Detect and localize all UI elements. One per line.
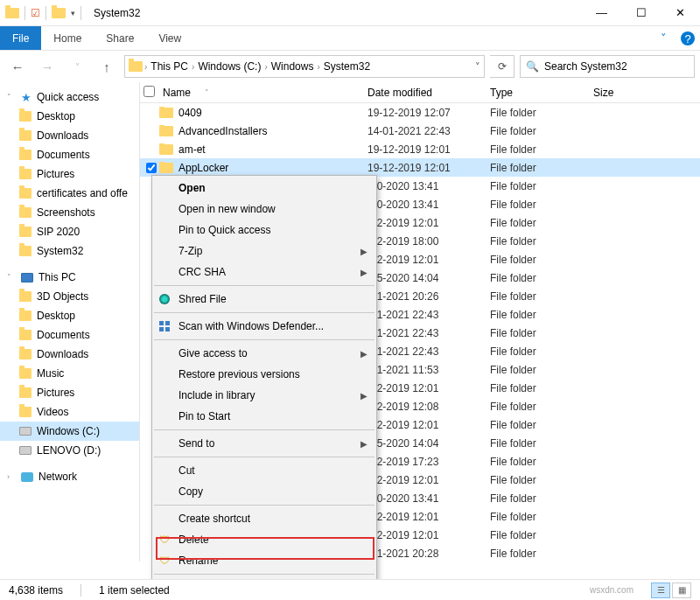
column-size[interactable]: Size: [593, 87, 700, 99]
sidebar-item[interactable]: Downloads: [0, 126, 139, 145]
up-button[interactable]: ↑: [94, 55, 119, 78]
sidebar-item[interactable]: Screenshots: [0, 203, 139, 222]
forward-button[interactable]: →: [35, 55, 60, 78]
maximize-button[interactable]: ☐: [621, 0, 661, 26]
search-input[interactable]: 🔍 Search System32: [520, 55, 695, 78]
folder-icon: [159, 144, 173, 155]
ctx-copy[interactable]: Copy: [152, 481, 376, 502]
file-date: -05-2020 14:04: [368, 437, 490, 450]
sidebar-item-label: Quick access: [37, 91, 99, 103]
table-row[interactable]: 040919-12-2019 12:07File folder: [140, 103, 700, 122]
defender-icon: [158, 320, 171, 332]
details-view-button[interactable]: ☰: [651, 583, 670, 598]
close-button[interactable]: ✕: [661, 0, 700, 26]
address-dropdown-icon[interactable]: ˅: [475, 61, 480, 73]
sidebar-item[interactable]: Desktop: [0, 107, 139, 126]
ctx-pin-quick-access[interactable]: Pin to Quick access: [152, 220, 376, 241]
sidebar-item-label: Pictures: [37, 168, 74, 180]
file-date: -10-2020 13:41: [368, 180, 490, 192]
column-name[interactable]: Name˄: [159, 87, 368, 99]
file-type: File folder: [490, 492, 593, 505]
ctx-cut[interactable]: Cut: [152, 460, 376, 481]
refresh-button[interactable]: ⟳: [490, 55, 514, 78]
breadcrumb[interactable]: This PC: [149, 60, 190, 73]
sidebar-item[interactable]: ›Network: [0, 467, 139, 486]
ctx-shred-file[interactable]: Shred File: [152, 289, 376, 310]
file-type: File folder: [490, 437, 593, 450]
folder-icon: [19, 387, 32, 398]
ctx-open-new-window[interactable]: Open in new window: [152, 199, 376, 220]
sidebar-item[interactable]: System32: [0, 241, 139, 261]
file-type: File folder: [490, 364, 593, 376]
disk-icon: [19, 446, 32, 455]
checkbox-icon[interactable]: ☑: [31, 7, 40, 19]
minimize-button[interactable]: —: [582, 0, 621, 26]
sidebar-item-label: Network: [38, 471, 77, 483]
tab-view[interactable]: View: [146, 26, 193, 50]
sidebar-item-label: This PC: [38, 271, 76, 283]
tab-file[interactable]: File: [0, 26, 41, 50]
sidebar-item[interactable]: 3D Objects: [0, 287, 139, 306]
svg-rect-0: [159, 321, 164, 325]
file-date: -12-2019 12:08: [368, 401, 490, 413]
qat-dropdown-icon[interactable]: ▾: [71, 9, 75, 17]
disk-icon: [19, 427, 32, 436]
ctx-pin-start[interactable]: Pin to Start: [152, 406, 376, 427]
ctx-open[interactable]: Open: [152, 178, 376, 199]
table-row[interactable]: am-et19-12-2019 12:01File folder: [140, 140, 700, 158]
ctx-scan-defender[interactable]: Scan with Windows Defender...: [152, 316, 376, 337]
search-placeholder: Search System32: [544, 60, 627, 73]
sidebar-item[interactable]: ˅This PC: [0, 268, 139, 287]
breadcrumb[interactable]: Windows (C:): [196, 60, 262, 73]
sidebar-item[interactable]: Downloads: [0, 345, 139, 364]
ctx-crc-sha[interactable]: CRC SHA▶: [152, 262, 376, 283]
file-date: -01-2021 11:53: [368, 364, 490, 376]
file-date: -05-2020 14:04: [368, 272, 490, 284]
file-date: -12-2019 12:01: [368, 419, 490, 431]
select-all-checkbox[interactable]: [144, 86, 155, 97]
tab-home[interactable]: Home: [41, 26, 94, 50]
thumbnails-view-button[interactable]: ▦: [672, 583, 691, 598]
folder-icon: [19, 227, 32, 237]
row-checkbox[interactable]: [146, 163, 157, 173]
sidebar-item[interactable]: Documents: [0, 325, 139, 345]
ctx-7zip[interactable]: 7-Zip▶: [152, 241, 376, 262]
sidebar-item[interactable]: Pictures: [0, 164, 139, 184]
sidebar-item[interactable]: certificates and offe: [0, 184, 139, 203]
recent-dropdown-icon[interactable]: ˅: [65, 55, 89, 78]
column-date[interactable]: Date modified: [368, 87, 490, 99]
sidebar-item[interactable]: LENOVO (D:): [0, 441, 139, 460]
search-icon: 🔍: [526, 60, 539, 73]
breadcrumb[interactable]: Windows: [270, 60, 316, 73]
status-bar: 4,638 items 1 item selected wsxdn.com ☰ …: [0, 579, 700, 600]
ctx-delete[interactable]: 🛡Delete: [152, 529, 376, 550]
ribbon-expand-icon[interactable]: ˅: [651, 26, 676, 50]
sidebar-item-label: LENOVO (D:): [37, 444, 101, 457]
sidebar-item[interactable]: Documents: [0, 145, 139, 164]
sidebar-item[interactable]: Pictures: [0, 383, 139, 402]
address-bar[interactable]: › This PC› Windows (C:)› Windows› System…: [124, 55, 485, 78]
sidebar-item-label: Documents: [37, 329, 90, 341]
ctx-send-to[interactable]: Send to▶: [152, 433, 376, 454]
watermark: wsxdn.com: [590, 585, 634, 595]
ctx-include-library[interactable]: Include in library▶: [152, 385, 376, 406]
sidebar-item[interactable]: Music: [0, 364, 139, 383]
table-row[interactable]: AppLocker19-12-2019 12:01File folder: [140, 158, 700, 177]
ctx-give-access[interactable]: Give access to▶: [152, 343, 376, 364]
ctx-create-shortcut[interactable]: Create shortcut: [152, 508, 376, 529]
column-type[interactable]: Type: [490, 87, 593, 99]
breadcrumb[interactable]: System32: [322, 60, 372, 73]
ctx-restore-versions[interactable]: Restore previous versions: [152, 364, 376, 385]
sidebar-item[interactable]: SIP 2020: [0, 222, 139, 241]
tab-share[interactable]: Share: [94, 26, 146, 50]
back-button[interactable]: ←: [5, 55, 30, 78]
sidebar-item[interactable]: ˅★Quick access: [0, 87, 139, 107]
ctx-rename[interactable]: 🛡Rename: [152, 550, 376, 571]
sidebar-item[interactable]: Windows (C:): [0, 422, 139, 441]
sidebar-item[interactable]: Videos: [0, 402, 139, 422]
sidebar-item[interactable]: Desktop: [0, 306, 139, 325]
help-icon[interactable]: ?: [681, 31, 695, 45]
file-date: -01-2021 20:28: [368, 548, 490, 560]
table-row[interactable]: AdvancedInstallers14-01-2021 22:43File f…: [140, 122, 700, 140]
file-type: File folder: [490, 529, 593, 541]
